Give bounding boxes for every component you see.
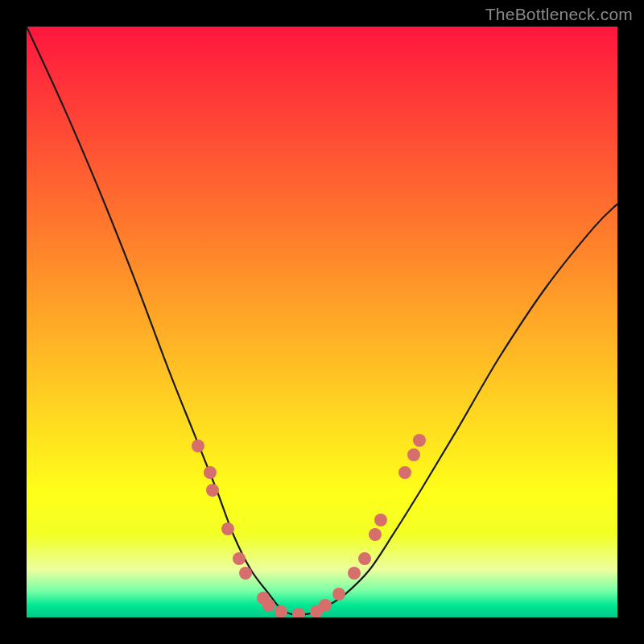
sample-dot <box>413 434 426 447</box>
sample-dot <box>369 528 382 541</box>
sample-dot <box>292 608 305 617</box>
sample-dot <box>348 567 361 580</box>
sample-dot <box>398 466 411 479</box>
sample-dot <box>221 522 234 535</box>
sample-dot <box>275 605 287 617</box>
sample-dot <box>358 552 371 565</box>
sample-dot <box>332 588 345 601</box>
sample-dot <box>239 567 252 580</box>
watermark-text: TheBottleneck.com <box>485 5 633 24</box>
plot-area <box>27 27 617 617</box>
sample-dot <box>374 514 387 526</box>
sample-dot <box>192 440 204 452</box>
sample-dot <box>319 599 332 612</box>
sample-dot <box>206 484 219 497</box>
sample-dot <box>407 448 420 461</box>
chart-frame: TheBottleneck.com <box>0 0 644 644</box>
sample-dot <box>233 552 246 565</box>
sample-dot <box>204 466 217 479</box>
bottleneck-curve <box>27 27 617 617</box>
sample-dot <box>262 599 275 612</box>
